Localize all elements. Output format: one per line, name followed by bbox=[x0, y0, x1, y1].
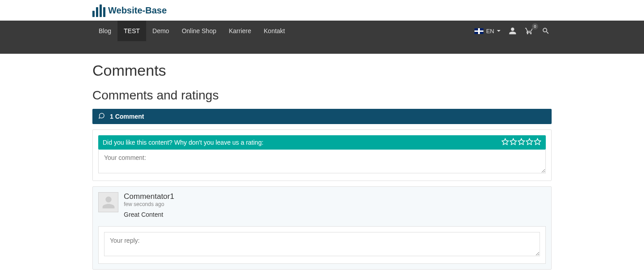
svg-marker-4 bbox=[534, 138, 540, 144]
comments-icon bbox=[98, 112, 105, 120]
site-logo[interactable]: Website-Base bbox=[92, 4, 552, 17]
comment-time: few seconds ago bbox=[124, 201, 546, 207]
comment-body: Commentator1 few seconds ago Great Conte… bbox=[124, 192, 546, 218]
nav-item-blog[interactable]: Blog bbox=[92, 21, 117, 41]
comments-count-label: 1 Comment bbox=[110, 113, 144, 120]
main-content: Comments Comments and ratings 1 Comment … bbox=[92, 62, 552, 270]
nav-item-karriere[interactable]: Karriere bbox=[222, 21, 257, 41]
caret-down-icon bbox=[497, 30, 500, 32]
comment-author: Commentator1 bbox=[124, 192, 546, 201]
nav-item-kontakt[interactable]: Kontakt bbox=[257, 21, 291, 41]
comment-text: Great Content bbox=[124, 211, 546, 218]
comments-count-bar: 1 Comment bbox=[92, 109, 552, 124]
comment-card: Commentator1 few seconds ago Great Conte… bbox=[92, 186, 552, 270]
comment-row: Commentator1 few seconds ago Great Conte… bbox=[98, 192, 546, 218]
star-3[interactable] bbox=[518, 138, 525, 147]
language-label: EN bbox=[486, 28, 494, 34]
cart-icon[interactable]: 0 bbox=[525, 27, 534, 35]
search-icon[interactable] bbox=[542, 27, 550, 35]
cart-badge: 0 bbox=[532, 23, 538, 30]
star-1[interactable] bbox=[501, 138, 509, 147]
comment-textarea[interactable] bbox=[98, 150, 546, 173]
rating-prompt-text: Did you like this content? Why don't you… bbox=[103, 139, 263, 146]
rating-prompt-bar: Did you like this content? Why don't you… bbox=[98, 135, 546, 150]
logo-bars-icon bbox=[92, 4, 105, 17]
svg-marker-0 bbox=[502, 138, 508, 144]
nav-item-online-shop[interactable]: Online Shop bbox=[175, 21, 222, 41]
user-icon[interactable] bbox=[509, 27, 517, 35]
uk-flag-icon bbox=[474, 28, 483, 34]
nav-item-test[interactable]: TEST bbox=[117, 21, 146, 41]
nav-left: Blog TEST Demo Online Shop Karriere Kont… bbox=[92, 21, 292, 41]
svg-marker-1 bbox=[510, 138, 516, 144]
secondary-nav-bar bbox=[0, 41, 644, 54]
nav-right: EN 0 bbox=[474, 21, 552, 41]
reply-textarea[interactable] bbox=[104, 232, 540, 256]
new-comment-box: Did you like this content? Why don't you… bbox=[92, 129, 552, 181]
main-nav: Blog TEST Demo Online Shop Karriere Kont… bbox=[0, 21, 644, 41]
reply-box bbox=[98, 226, 546, 264]
svg-marker-3 bbox=[526, 138, 532, 144]
rating-stars bbox=[501, 138, 541, 147]
nav-item-demo[interactable]: Demo bbox=[146, 21, 175, 41]
avatar bbox=[98, 192, 118, 212]
language-selector[interactable]: EN bbox=[474, 28, 500, 34]
star-5[interactable] bbox=[534, 138, 541, 147]
star-4[interactable] bbox=[526, 138, 533, 147]
section-title: Comments and ratings bbox=[92, 88, 552, 103]
logo-text: Website-Base bbox=[108, 5, 167, 16]
page-title: Comments bbox=[92, 62, 552, 79]
star-2[interactable] bbox=[509, 138, 517, 147]
top-header: Website-Base bbox=[0, 0, 644, 21]
svg-marker-2 bbox=[518, 138, 524, 144]
